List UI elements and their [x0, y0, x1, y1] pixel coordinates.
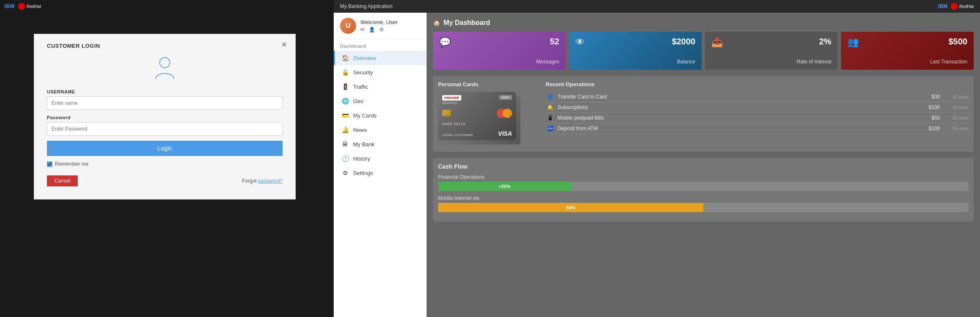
op-row-mobile: 📱 Mobile postpaid Bills $50 25 mins: [546, 113, 969, 123]
subscriptions-op-icon: 🔔: [546, 104, 554, 110]
card-top-row: KROGER REWARDS DEBIT: [442, 95, 512, 104]
transfer-op-amount: $30: [919, 94, 940, 100]
main-content: 🏠 My Dashboard 💬 52 Messages 👁 $2000: [427, 13, 980, 317]
left-panel: IBM RedHat CUSTOMER LOGIN ✕ USERNAME Pas…: [0, 0, 334, 317]
forgot-password-link[interactable]: password?: [258, 178, 283, 184]
balance-value: $2000: [589, 37, 695, 46]
dashboard-header: 🏠 My Dashboard: [433, 19, 974, 27]
debit-badge: DEBIT: [499, 95, 512, 100]
sidebar-item-mybank-label: My Bank: [353, 141, 375, 148]
sidebar-item-traffic[interactable]: 🚦 Traffic: [334, 79, 426, 94]
svg-point-0: [160, 57, 170, 68]
atm-op-name: Deposit from ATM: [558, 126, 915, 131]
dashboard-title: My Dashboard: [444, 19, 490, 27]
sidebar-item-mycards[interactable]: 💳 My Cards: [334, 108, 426, 123]
sidebar-item-security[interactable]: 🔒 Security: [334, 65, 426, 79]
transfer-op-time: 10 mins: [943, 94, 969, 99]
financial-progress-fill: +25%: [438, 182, 571, 191]
form-footer: Cancel Forgot password?: [47, 175, 283, 186]
sidebar-item-overview[interactable]: 🏠 Overview: [334, 51, 426, 65]
interest-value: 2%: [727, 37, 831, 46]
subscriptions-op-amount: $100: [919, 104, 940, 110]
redhat-logo-right: RedHat: [951, 3, 974, 10]
financial-progress-bg: +25%: [438, 182, 969, 191]
stat-card-balance-top: 👁 $2000: [575, 37, 695, 48]
transfer-op-icon: 👤: [546, 94, 554, 100]
interest-icon: 📤: [711, 37, 723, 48]
forgot-text: Forgot password?: [242, 178, 283, 184]
security-icon: 🔒: [341, 69, 349, 76]
sidebar-item-geo[interactable]: 🌐 Geo: [334, 94, 426, 108]
stat-cards-row: 💬 52 Messages 👁 $2000 Balance 📤 2%: [433, 32, 974, 70]
atm-op-time: 28 mins: [943, 126, 969, 131]
redhat-text-left: RedHat: [27, 4, 41, 9]
kroger-badge: KROGER: [442, 95, 461, 101]
subscriptions-op-name: Subscriptions: [558, 104, 915, 110]
sidebar-item-history[interactable]: 🕐 History: [334, 151, 426, 166]
user-info: Welcome, User ✉ 👤 ⚙: [360, 19, 398, 33]
sidebar-item-news[interactable]: 🔔 News: [334, 123, 426, 137]
app-body: U Welcome, User ✉ 👤 ⚙ Dashboard 🏠 Overvi…: [334, 13, 980, 317]
user-avatar-icon: [152, 55, 177, 81]
mobile-ops-label: Mobile,Internet etc: [438, 195, 969, 201]
user-profile: U Welcome, User ✉ 👤 ⚙: [334, 13, 426, 39]
stat-card-transaction[interactable]: 👥 $500 Last Transaction: [841, 32, 974, 70]
forgot-prefix: Forgot: [242, 178, 258, 184]
settings-icon[interactable]: ⚙: [379, 27, 384, 33]
app-header: My Banking Application IBM RedHat: [334, 0, 980, 13]
transaction-value: $500: [863, 37, 967, 46]
user-avatar: U: [340, 18, 356, 34]
username-input[interactable]: [47, 96, 283, 110]
sidebar-item-mybank[interactable]: 🏛 My Bank: [334, 137, 426, 151]
sidebar-item-settings[interactable]: ⚙ Settings: [334, 166, 426, 180]
interest-label: Rate of Interest: [797, 59, 831, 65]
cancel-button[interactable]: Cancel: [47, 175, 78, 186]
user-avatar-container: [47, 55, 283, 81]
remember-checkbox[interactable]: [47, 161, 52, 167]
nav-section-label: Dashboard: [334, 39, 426, 51]
settings-nav-icon: ⚙: [341, 169, 349, 176]
recent-ops-section: Recent Operations 👤 Transfer Card to Car…: [546, 81, 969, 147]
user-action-icons: ✉ 👤 ⚙: [360, 27, 398, 33]
op-row-atm: 🏧 Deposit from ATM $100 28 mins: [546, 123, 969, 134]
password-input[interactable]: [47, 122, 283, 136]
redhat-text-right: RedHat: [959, 4, 974, 9]
right-panel: My Banking Application IBM RedHat U Welc…: [334, 0, 980, 317]
recent-ops-title: Recent Operations: [546, 81, 969, 87]
username-label: USERNAME: [47, 89, 283, 94]
cards-ops-row: Personal Cards KROGERREWARDS KROGER REWA…: [433, 76, 974, 152]
mobile-op-amount: $50: [919, 115, 940, 121]
close-button[interactable]: ✕: [281, 41, 287, 49]
messages-value: 52: [455, 37, 559, 46]
sidebar-item-security-label: Security: [353, 69, 373, 76]
cashflow-section: Cash Flow Financial Operations +25% Mobi…: [433, 158, 974, 221]
mobile-op-name: Mobile postpaid Bills: [558, 115, 915, 121]
rewards-text: REWARDS: [442, 101, 461, 104]
sidebar-item-mycards-label: My Cards: [353, 112, 377, 119]
subscriptions-op-time: 15 mins: [943, 105, 969, 110]
stat-card-interest-top: 📤 2%: [711, 37, 831, 48]
mail-icon[interactable]: ✉: [360, 27, 365, 33]
sidebar-item-history-label: History: [353, 156, 370, 162]
atm-op-amount: $100: [919, 126, 940, 131]
stat-card-balance[interactable]: 👁 $2000 Balance: [569, 32, 702, 70]
sidebar-item-settings-label: Settings: [353, 170, 373, 176]
ibm-logo-right: IBM: [938, 3, 947, 9]
visa-logo: VISA: [498, 130, 512, 137]
mobile-progress-fill: 50%: [438, 203, 703, 212]
card-holder-name: LOYAL CUSTOMER: [442, 133, 473, 137]
overview-icon: 🏠: [341, 55, 349, 61]
ops-table: 👤 Transfer Card to Card $30 10 mins 🔔 Su…: [546, 92, 969, 134]
personal-cards-section: Personal Cards KROGERREWARDS KROGER REWA…: [438, 81, 539, 147]
stat-card-messages[interactable]: 💬 52 Messages: [433, 32, 566, 70]
card-bottom: LOYAL CUSTOMER VISA: [442, 130, 512, 137]
card-stack: KROGERREWARDS KROGER REWARDS DEBIT: [438, 92, 523, 147]
ibm-logo-left: IBM: [4, 3, 15, 9]
left-header: IBM RedHat: [0, 0, 334, 13]
user-icon[interactable]: 👤: [369, 27, 375, 33]
login-button[interactable]: Login: [47, 141, 283, 156]
sidebar-item-overview-label: Overview: [353, 55, 376, 61]
app-title: My Banking Application: [340, 3, 392, 9]
stat-card-interest[interactable]: 📤 2% Rate of Interest: [705, 32, 838, 70]
mobile-op-icon: 📱: [546, 115, 554, 121]
